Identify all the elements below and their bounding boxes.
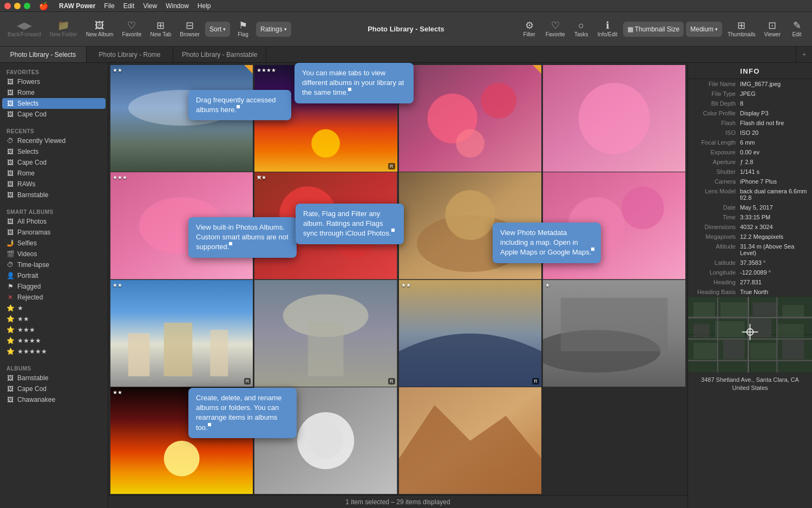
heart2-icon: ♡ [551, 21, 560, 30]
sidebar-item-recents-barnstable[interactable]: 🖼 Barnstable [0, 190, 108, 200]
photo-cell[interactable] [543, 172, 685, 279]
sidebar-item-recents-selects[interactable]: 🖼 Selects [0, 146, 108, 157]
zoom-button[interactable] [24, 3, 30, 9]
menu-edit[interactable]: Edit [123, 2, 135, 10]
sidebar-item-selfies[interactable]: 🤳 Selfies [0, 238, 108, 249]
sidebar-item-videos[interactable]: 🎬 Videos [0, 249, 108, 259]
sidebar-item-capecod[interactable]: 🖼 Cape Cod [0, 109, 108, 120]
sidebar-item-label: Time-lapse [17, 261, 49, 269]
sidebar-item-recents-rome[interactable]: 🖼 Rome [0, 168, 108, 179]
sidebar-item-rome[interactable]: 🖼 Rome [0, 87, 108, 98]
thumbnails-button[interactable]: ⊞ Thumbnails [724, 15, 759, 43]
photo-cell[interactable]: ★★★★ R [254, 65, 397, 172]
photo-grid[interactable]: ★★ ★★★★ R [108, 63, 687, 495]
sidebar-item-all-photos[interactable]: 🖼 All Photos [0, 216, 108, 227]
tab-rome[interactable]: Photo Library - Rome [87, 47, 173, 62]
menu-window[interactable]: Window [166, 2, 189, 10]
status-bar: 1 item selected – 29 items displayed [108, 495, 687, 508]
sidebar-item-flowers[interactable]: 🖼 Flowers [0, 76, 108, 87]
tab-barnstable[interactable]: Photo Library - Barnstable [173, 47, 266, 62]
sidebar-item-label: Cape Cod [17, 159, 47, 166]
photo-cell[interactable] [543, 65, 685, 172]
favorite2-button[interactable]: ♡ Favorite [542, 15, 568, 43]
medium-dropdown[interactable]: Medium ▾ [686, 22, 722, 37]
browser-button[interactable]: ⊟ Browser [176, 15, 203, 43]
map-thumbnail[interactable] [688, 297, 812, 373]
menu-file[interactable]: File [104, 2, 114, 10]
timelapse-icon: ⏱ [6, 261, 14, 269]
info-value: IMG_8677.jpeg [740, 81, 781, 87]
photo-cell[interactable]: ★★ [110, 65, 253, 172]
svg-rect-50 [693, 343, 718, 359]
minimize-button[interactable] [14, 3, 21, 9]
photo-cell[interactable]: ✕ ★★ [254, 172, 397, 279]
sidebar-item-barnstable[interactable]: 🖼 Barnstable [0, 373, 108, 383]
info-label: Heading [692, 279, 740, 285]
menu-view[interactable]: View [143, 2, 157, 10]
favorite-button[interactable]: ♡ Favorite [119, 15, 145, 43]
thumbnails-label: Thumbnails [728, 31, 756, 37]
back-forward-button[interactable]: ◀▶ Back/Forward [4, 15, 44, 43]
new-tab-button[interactable]: ⊞ New Tab [147, 15, 175, 43]
sidebar-item-selects[interactable]: 🖼 Selects [2, 98, 106, 109]
filter-icon: ⚙ [525, 21, 534, 30]
sidebar-item-timelapse[interactable]: ⏱ Time-lapse [0, 259, 108, 270]
tab-selects[interactable]: Photo Library - Selects [0, 47, 87, 62]
sidebar-item-recently-viewed[interactable]: ⏱ Recently Viewed [0, 135, 108, 146]
menu-help[interactable]: Help [198, 2, 211, 10]
sidebar-item-1star[interactable]: ⭐ ★ [0, 303, 108, 314]
sidebar-item-panoramas[interactable]: 🖼 Panoramas [0, 227, 108, 238]
ratings-dropdown[interactable]: Ratings ▾ [256, 22, 291, 37]
sidebar-item-label: Barnstable [17, 374, 48, 382]
photo-cell[interactable] [399, 387, 541, 494]
sidebar-item-album-capecod[interactable]: 🖼 Cape Cod [0, 383, 108, 394]
tasks-label: Tasks [574, 31, 588, 37]
sidebar-item-3star[interactable]: ⭐ ★★★ [0, 324, 108, 335]
tasks-icon: ○ [578, 21, 584, 30]
tasks-button[interactable]: ○ Tasks [571, 15, 592, 43]
ratings-label: Ratings [260, 25, 283, 33]
new-album-button[interactable]: 🖼 New Album [83, 15, 117, 43]
albums-title: ALBUMS [0, 363, 108, 373]
photo-cell[interactable]: R [254, 280, 397, 387]
photo-cell[interactable]: ★★ [254, 387, 397, 494]
traffic-lights[interactable] [4, 3, 30, 9]
photo-cell[interactable] [399, 172, 541, 279]
sidebar-item-4star[interactable]: ⭐ ★★★★ [0, 335, 108, 346]
info-edit-button[interactable]: ℹ Info/Edit [594, 15, 621, 43]
info-row: Focal Length6 mm [688, 138, 812, 147]
viewer-button[interactable]: ⊡ Viewer [761, 15, 784, 43]
svg-rect-49 [777, 324, 804, 337]
thumbnail-size-label: Thumbnail Size [635, 25, 680, 33]
flag-button[interactable]: ⚑ Flag [232, 15, 254, 43]
app-name[interactable]: RAW Power [59, 2, 95, 10]
sidebar-item-rejected[interactable]: ✕ Rejected [0, 292, 108, 303]
sidebar-item-5star[interactable]: ⭐ ★★★★★ [0, 346, 108, 357]
sidebar-item-2star[interactable]: ⭐ ★★ [0, 314, 108, 324]
sidebar-item-recents-capecod[interactable]: 🖼 Cape Cod [0, 157, 108, 168]
photo-cell[interactable]: ★ [399, 65, 541, 172]
sidebar-item-portrait[interactable]: 👤 Portrait [0, 270, 108, 281]
photo-cell[interactable]: ★★ R [110, 280, 253, 387]
sidebar-item-chawanakee[interactable]: 🖼 Chawanakee [0, 394, 108, 405]
info-row: Heading BasisTrue North [688, 287, 812, 297]
toolbar-right: ⚙ Filter ♡ Favorite ○ Tasks ℹ Info/Edit … [519, 15, 808, 43]
favorites-title: FAVORITES [0, 67, 108, 76]
sidebar-item-recents-raws[interactable]: 🖼 RAWs [0, 179, 108, 190]
photo-cell[interactable]: ★★★ [110, 172, 253, 279]
photo-cell[interactable]: ★★ [110, 387, 253, 494]
sidebar-item-flagged[interactable]: ⚑ Flagged [0, 281, 108, 292]
photo-cell[interactable]: ★★ R [399, 280, 541, 387]
sidebar-item-label: Barnstable [17, 191, 48, 199]
sidebar-item-label: ★ [17, 304, 23, 312]
add-tab-button[interactable]: + [796, 47, 812, 62]
thumbnail-size-dropdown[interactable]: ▦ Thumbnail Size [623, 22, 684, 37]
new-folder-button[interactable]: 📁 New Folder [47, 15, 81, 43]
apple-menu[interactable]: 🍎 [39, 2, 48, 10]
close-button[interactable] [4, 3, 11, 9]
filter-button[interactable]: ⚙ Filter [519, 15, 540, 43]
star-rating: ★ [401, 67, 406, 73]
photo-cell[interactable]: ★ [543, 280, 685, 387]
sort-dropdown[interactable]: Sort ▾ [205, 22, 230, 37]
edit-button[interactable]: ✎ Edit [786, 15, 808, 43]
